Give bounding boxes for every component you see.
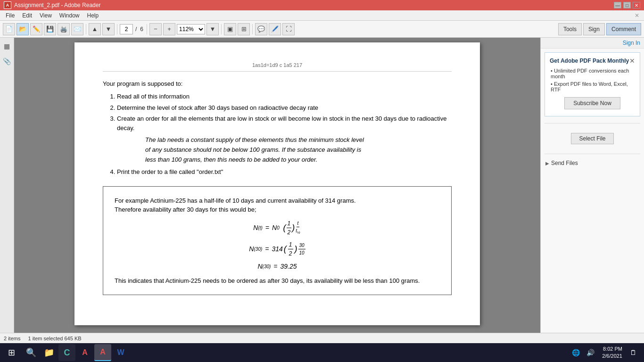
taskbar-file-explorer[interactable]: 📁 [41,344,58,361]
toolbar-sep2 [117,24,117,34]
taskbar-word[interactable]: W [112,344,129,361]
math-line-2: N(30) = 314 ( 1 2 ) 30 10 [115,240,440,258]
right-panel-header: Sign In [541,38,644,49]
toolbar-prev-page[interactable]: ▲ [89,23,101,35]
panel-card: Get Adobe PDF Pack Monthly ✕ Unlimited P… [545,52,640,116]
toolbar-fullscreen[interactable]: ⛶ [282,23,295,35]
toolbar-new[interactable]: 📄 [3,23,15,35]
italic-block: The lab needs a constant supply of these… [145,135,452,165]
tools-button[interactable]: Tools [558,23,582,35]
selected-info: 1 item selected 645 KB [28,336,81,341]
math-block: N(t) = N0 ( 1 2 ) t t½ [115,219,440,272]
list-item-4: Print the order to a file called "order.… [117,167,452,177]
taskbar-network[interactable]: 🌐 [570,343,582,362]
send-files-label: Send Files [551,160,578,166]
math-line-3: N(30) = 39.25 [115,262,440,272]
start-button[interactable]: ⊞ [2,343,21,362]
toolbar-print[interactable]: 🖨️ [58,23,70,35]
math-line-1: N(t) = N0 ( 1 2 ) t t½ [115,219,440,237]
menu-close-x[interactable]: ✕ [632,12,642,19]
zoom-select[interactable]: 112% 100% 75% 150% [177,24,205,34]
toolbar-fit-width[interactable]: ⊞ [238,23,250,35]
panel-card-close-btn[interactable]: ✕ [629,58,635,64]
example-line2: Therefore availability after 30 days for… [115,205,440,214]
toolbar-sep1 [86,24,86,34]
list-item-1: Read all of this information [117,92,452,101]
close-button[interactable]: ✕ [633,2,640,8]
sign-button[interactable]: Sign [583,23,605,35]
menu-bar: File Edit View Window Help ✕ [0,10,644,21]
toolbar-edit[interactable]: ✏️ [30,23,42,35]
page-number-input[interactable] [120,24,133,34]
menu-file[interactable]: File [2,11,18,20]
comment-button[interactable]: Comment [606,23,641,35]
select-file-button[interactable]: Select File [571,133,613,144]
menu-help[interactable]: Help [83,11,103,20]
panel-bullet-1: Unlimited PDF conversions each month [550,68,635,79]
toolbar-zoom-in[interactable]: + [163,23,175,35]
title-bar: A Assignment_2.pdf - Adobe Reader — □ ✕ [0,0,644,10]
taskbar-browser[interactable]: C [58,344,75,361]
conclusion-text: This indicates that Actinium-225 needs t… [115,276,440,286]
left-sidebar: ▦ 📎 [0,38,14,333]
menu-window[interactable]: Window [56,11,83,20]
send-files-section[interactable]: ▶ Send Files [541,157,644,169]
app-icon: A [4,1,11,9]
maximize-button[interactable]: □ [623,2,631,8]
panel-bullet-2: Export PDF files to Word, Excel, RTF [550,81,635,92]
send-files-expand-arrow: ▶ [545,161,549,166]
right-panel: Sign In Get Adobe PDF Pack Monthly ✕ Unl… [540,38,644,333]
taskbar-adobe[interactable]: A [76,344,93,361]
panel-divider-2 [545,154,640,154]
toolbar-fit-page[interactable]: ▣ [224,23,236,35]
main-area: ▦ 📎 1as1d=1d9 c 1a5 217 Your program is … [0,38,644,333]
taskbar-clock[interactable]: 8:02 PM 2/6/2021 [599,346,625,360]
toolbar-sep5 [252,24,253,34]
example-intro: For example Actinium-225 has a half-life… [115,196,440,206]
toolbar-zoom-dropdown[interactable]: ▼ [206,23,219,35]
window-title: Assignment_2.pdf - Adobe Reader [14,2,100,8]
panel-card-header: Get Adobe PDF Pack Monthly ✕ [550,58,635,64]
toolbar-zoom-out[interactable]: − [149,23,162,35]
items-count: 2 items [4,336,20,341]
toolbar-comment[interactable]: 💬 [255,23,267,35]
page-separator: / [135,26,137,33]
pdf-area[interactable]: 1as1d=1d9 c 1a5 217 Your program is supp… [14,38,540,333]
panel-card-title: Get Adobe PDF Pack Monthly [550,58,629,64]
taskbar-volume[interactable]: 🔊 [585,343,596,362]
toolbar-highlight[interactable]: 🖊️ [269,23,281,35]
status-bar: 2 items 1 item selected 645 KB [0,333,644,343]
list-item-2: Determine the level of stock after 30 da… [117,103,452,113]
panel-divider-1 [545,123,640,123]
sidebar-attachment-icon[interactable]: 📎 [2,57,12,66]
page-header: 1as1d=1d9 c 1a5 217 [103,61,452,72]
toolbar-sep4 [221,24,222,34]
taskbar-search[interactable]: 🔍 [23,344,40,361]
taskbar-right: 🌐 🔊 8:02 PM 2/6/2021 🗒 [570,343,642,362]
clock-date: 2/6/2021 [602,353,622,360]
page-total: 6 [140,26,143,33]
menu-view[interactable]: View [36,11,56,20]
menu-edit[interactable]: Edit [18,11,36,20]
toolbar-open[interactable]: 📂 [17,23,29,35]
toolbar-email[interactable]: ✉️ [71,23,83,35]
example-box: For example Actinium-225 has a half-life… [103,186,452,296]
pdf-page: 1as1d=1d9 c 1a5 217 Your program is supp… [74,42,480,325]
sidebar-thumbnail-icon[interactable]: ▦ [2,41,12,51]
taskbar-notification[interactable]: 🗒 [628,343,638,362]
clock-time: 8:02 PM [602,346,622,353]
subscribe-now-button[interactable]: Subscribe Now [564,97,620,109]
toolbar-save[interactable]: 💾 [44,23,56,35]
taskbar: ⊞ 🔍 📁 C A A W 🌐 🔊 8:02 PM 2/6/2021 🗒 [0,343,644,362]
pdf-list: Read all of this information Determine t… [117,92,452,177]
taskbar-adobe-reader[interactable]: A [94,344,111,361]
minimize-button[interactable]: — [614,2,621,8]
pdf-paragraph1: Your program is supposed to: [103,79,452,89]
toolbar-next-page[interactable]: ▼ [102,23,115,35]
toolbar: 📄 📂 ✏️ 💾 🖨️ ✉️ ▲ ▼ / 6 − + 112% 100% 75%… [0,21,644,38]
select-file-area: Select File [541,126,644,151]
toolbar-sep3 [147,24,147,34]
list-item-3: Create an order for all the elements tha… [117,114,452,165]
taskbar-icons: 🔍 📁 C A A W [23,344,129,361]
sign-in-link[interactable]: Sign In [623,40,640,46]
